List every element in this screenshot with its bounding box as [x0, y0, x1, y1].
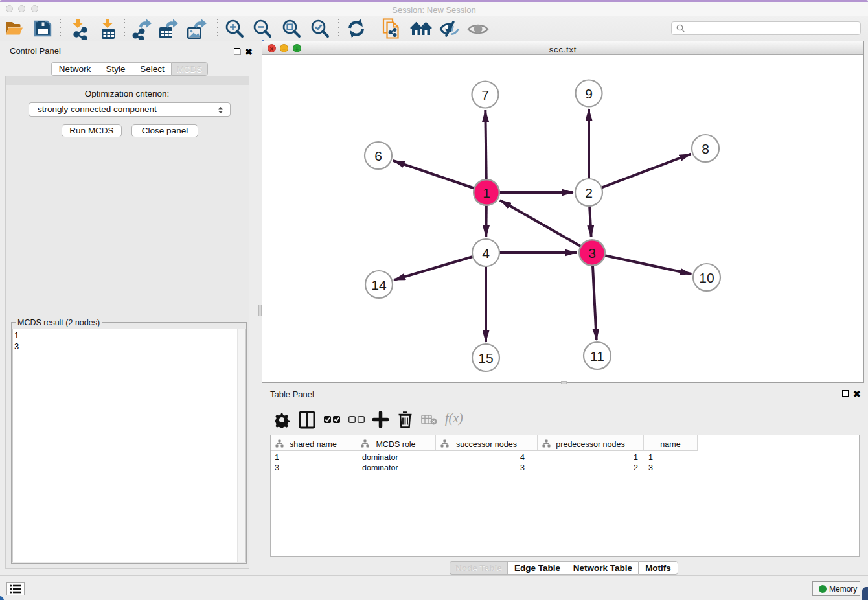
svg-text:14: 14 [371, 277, 387, 292]
svg-text:8: 8 [702, 141, 709, 156]
svg-text:15: 15 [478, 351, 493, 365]
svg-text:9: 9 [585, 86, 593, 101]
svg-text:4: 4 [482, 246, 490, 260]
svg-text:1: 1 [483, 185, 490, 200]
svg-text:6: 6 [374, 148, 382, 163]
svg-text:7: 7 [481, 87, 489, 102]
svg-text:10: 10 [699, 270, 714, 285]
svg-text:2: 2 [585, 185, 593, 200]
svg-text:3: 3 [588, 246, 596, 260]
svg-text:11: 11 [590, 349, 604, 363]
